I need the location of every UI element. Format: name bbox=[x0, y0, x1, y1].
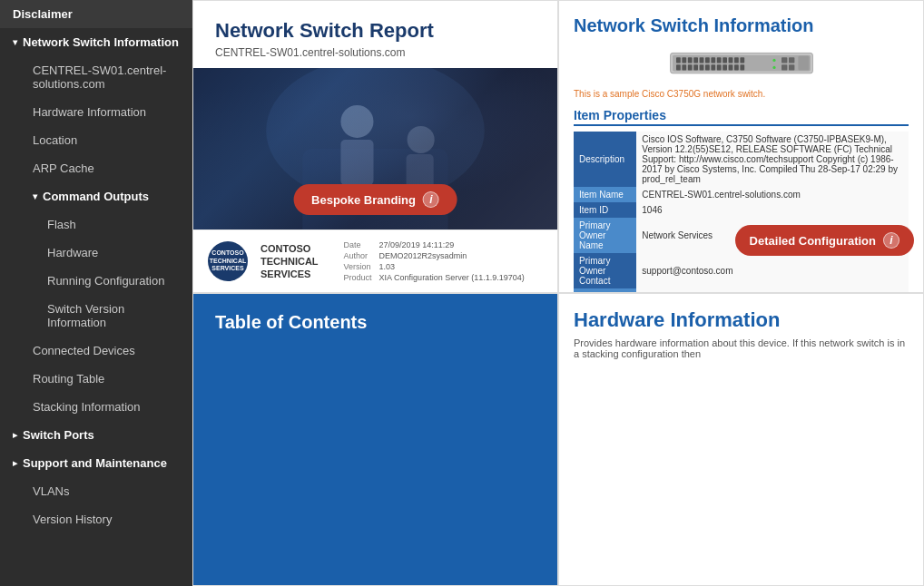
sidebar-item-switch-version-information[interactable]: Switch Version Information bbox=[0, 295, 192, 337]
info-panel-title: Network Switch Information bbox=[574, 15, 909, 36]
svg-rect-39 bbox=[798, 56, 809, 71]
sidebar-item-arp-cache[interactable]: ARP Cache bbox=[0, 154, 192, 182]
sidebar-item-label: Version History bbox=[33, 513, 112, 526]
table-row: Item NameCENTREL-SW01.centrel-solutions.… bbox=[574, 187, 909, 202]
chevron-right-icon: ▸ bbox=[13, 430, 17, 440]
svg-rect-33 bbox=[781, 57, 787, 63]
prop-key: Item ID bbox=[574, 202, 636, 218]
sidebar-item-label: Switch Ports bbox=[23, 428, 94, 442]
svg-rect-36 bbox=[789, 64, 794, 70]
prop-key: Primary Owner Name bbox=[574, 218, 636, 253]
svg-rect-22 bbox=[682, 64, 686, 70]
sidebar-item-label: Running Configuration bbox=[47, 274, 164, 288]
switch-caption: This is a sample Cisco C3750G network sw… bbox=[574, 89, 909, 99]
hw-title: Hardware Information bbox=[574, 308, 909, 332]
table-row: Item ID1046 bbox=[574, 202, 909, 218]
author-label: Author bbox=[340, 250, 376, 261]
svg-rect-32 bbox=[740, 64, 744, 70]
prop-key: Description bbox=[574, 132, 636, 187]
table-row: DescriptionCisco IOS Software, C3750 Sof… bbox=[574, 132, 909, 187]
sidebar-item-label: VLANs bbox=[33, 484, 69, 498]
info-icon: i bbox=[423, 191, 439, 208]
sidebar-item-label: Location bbox=[33, 133, 77, 147]
sidebar-item-label: Network Switch Information bbox=[23, 35, 179, 49]
sidebar-item-command-outputs[interactable]: ▾ Command Outputs bbox=[0, 182, 192, 210]
svg-rect-14 bbox=[705, 57, 710, 63]
version-label: Version bbox=[340, 261, 376, 272]
cover-image: Bespoke Branding i bbox=[193, 68, 557, 230]
sidebar-item-label: Hardware Information bbox=[33, 105, 146, 119]
author-value: DEMO2012R2sysadmin bbox=[376, 250, 528, 261]
sidebar-item-support-maintenance[interactable]: ▸ Support and Maintenance bbox=[0, 449, 192, 477]
sidebar-item-disclaimer[interactable]: Disclaimer bbox=[0, 0, 192, 28]
sidebar-item-label: Flash bbox=[47, 218, 76, 231]
sidebar-item-label: Disclaimer bbox=[13, 7, 73, 21]
svg-rect-17 bbox=[722, 57, 727, 63]
svg-rect-27 bbox=[711, 64, 715, 70]
prop-value: support@contoso.com bbox=[636, 253, 909, 288]
detail-config-badge: Detailed Configuration i bbox=[735, 225, 914, 256]
svg-rect-15 bbox=[711, 57, 715, 63]
cover-title: Network Switch Report bbox=[215, 19, 536, 43]
sidebar-item-centrel-sw01[interactable]: CENTREL-SW01.centrel-solutions.com bbox=[0, 56, 192, 98]
svg-rect-35 bbox=[781, 64, 787, 70]
version-value: 1.03 bbox=[376, 261, 528, 272]
svg-rect-18 bbox=[728, 57, 732, 63]
svg-point-5 bbox=[408, 126, 435, 153]
prop-key: Item Name bbox=[574, 187, 636, 202]
svg-rect-9 bbox=[676, 57, 681, 63]
prop-value: CENTREL-SW01.centrel-solutions.com bbox=[636, 187, 909, 202]
company-name: CONTOSOTECHNICALSERVICES bbox=[210, 249, 246, 272]
product-value: XIA Configuration Server (11.1.9.19704) bbox=[376, 272, 528, 283]
panel-network-switch-info: Network Switch Information bbox=[558, 0, 924, 293]
svg-rect-30 bbox=[728, 64, 732, 70]
svg-rect-28 bbox=[716, 64, 721, 70]
sidebar-item-routing-table[interactable]: Routing Table bbox=[0, 365, 192, 393]
info-char: i bbox=[429, 193, 432, 206]
prop-value: Cisco IOS Software, C3750 Software (C375… bbox=[636, 132, 909, 187]
svg-point-37 bbox=[772, 59, 775, 62]
panel-hardware-info: Hardware Information Provides hardware i… bbox=[558, 293, 924, 586]
sidebar-item-network-switch-info[interactable]: ▾ Network Switch Information bbox=[0, 28, 192, 56]
sidebar-item-hardware[interactable]: Hardware bbox=[0, 239, 192, 267]
table-row: Primary Owner Contactsupport@contoso.com bbox=[574, 253, 909, 288]
info-char: i bbox=[890, 234, 892, 247]
sidebar-item-switch-ports[interactable]: ▸ Switch Ports bbox=[0, 421, 192, 449]
svg-point-38 bbox=[772, 66, 775, 69]
sidebar: Disclaimer ▾ Network Switch Information … bbox=[0, 0, 192, 586]
date-value: 27/09/2019 14:11:29 bbox=[376, 239, 528, 250]
detail-info-icon: i bbox=[883, 232, 899, 249]
sidebar-item-label: Hardware bbox=[47, 246, 98, 259]
detail-badge-label: Detailed Configuration bbox=[750, 234, 876, 248]
sidebar-item-running-configuration[interactable]: Running Configuration bbox=[0, 267, 192, 295]
sidebar-item-vlans[interactable]: VLANs bbox=[0, 477, 192, 505]
cover-subtitle: CENTREL-SW01.centrel-solutions.com bbox=[215, 46, 536, 59]
sidebar-item-hardware-information[interactable]: Hardware Information bbox=[0, 98, 192, 126]
cover-footer: CONTOSOTECHNICALSERVICES CONTOSOTECHNICA… bbox=[193, 230, 557, 292]
sidebar-item-label: Connected Devices bbox=[33, 344, 135, 357]
sidebar-item-version-history[interactable]: Version History bbox=[0, 505, 192, 533]
svg-rect-12 bbox=[693, 57, 698, 63]
footer-meta: Date27/09/2019 14:11:29 AuthorDEMO2012R2… bbox=[340, 239, 528, 283]
sidebar-item-connected-devices[interactable]: Connected Devices bbox=[0, 337, 192, 365]
svg-rect-29 bbox=[722, 64, 727, 70]
branding-badge-label: Bespoke Branding bbox=[311, 193, 416, 207]
toc-title: Table of Contents bbox=[215, 312, 367, 333]
chevron-down-icon: ▾ bbox=[13, 37, 17, 47]
sidebar-item-label: Support and Maintenance bbox=[23, 456, 167, 470]
sidebar-item-label: ARP Cache bbox=[33, 161, 94, 175]
sidebar-item-label: Switch Version Information bbox=[47, 302, 180, 329]
sidebar-item-label: Stacking Information bbox=[33, 400, 141, 414]
svg-point-3 bbox=[340, 105, 373, 138]
sidebar-item-flash[interactable]: Flash bbox=[0, 210, 192, 239]
item-properties-header: Item Properties bbox=[574, 108, 909, 126]
sidebar-item-label: Routing Table bbox=[33, 372, 104, 386]
cover-header: Network Switch Report CENTREL-SW01.centr… bbox=[193, 1, 557, 68]
sidebar-item-stacking-information[interactable]: Stacking Information bbox=[0, 393, 192, 421]
hw-description: Provides hardware information about this… bbox=[574, 337, 909, 359]
sidebar-item-label: Command Outputs bbox=[43, 190, 149, 203]
svg-rect-11 bbox=[687, 57, 692, 63]
sidebar-item-location[interactable]: Location bbox=[0, 126, 192, 154]
branding-badge: Bespoke Branding i bbox=[293, 184, 457, 215]
svg-rect-4 bbox=[340, 140, 373, 185]
